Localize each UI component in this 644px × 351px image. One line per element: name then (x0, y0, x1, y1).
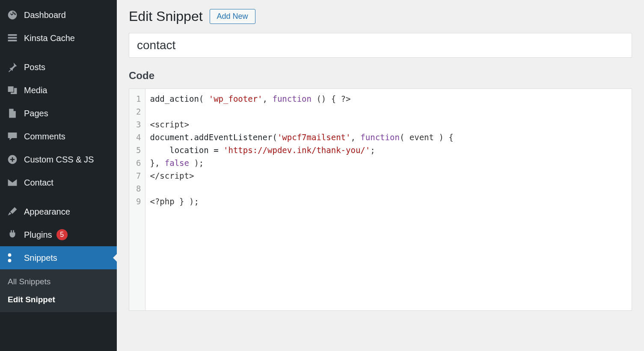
sidebar-item-pages[interactable]: Pages (0, 102, 117, 125)
sidebar-item-label: Media (24, 86, 47, 95)
sidebar-item-label: Pages (24, 109, 48, 118)
snippet-title-input[interactable] (129, 33, 632, 58)
submenu: All SnippetsEdit Snippet (0, 269, 117, 312)
scissors-icon (7, 252, 18, 263)
pages-icon (7, 108, 18, 119)
sidebar-item-label: Kinsta Cache (24, 33, 75, 43)
dashboard-icon (7, 9, 18, 21)
sidebar-item-custom-css-js[interactable]: Custom CSS & JS (0, 148, 117, 171)
sidebar-item-label: Contact (24, 178, 53, 188)
comment-icon (7, 131, 18, 142)
svg-point-2 (8, 259, 12, 263)
sidebar-item-label: Dashboard (24, 10, 66, 20)
sidebar-item-label: Plugins (24, 230, 52, 240)
sidebar-item-appearance[interactable]: Appearance (0, 200, 117, 223)
add-new-button[interactable]: Add New (210, 9, 255, 24)
sidebar-item-posts[interactable]: Posts (0, 56, 117, 79)
sidebar-item-dashboard[interactable]: Dashboard (0, 3, 117, 27)
sidebar-item-kinsta-cache[interactable]: Kinsta Cache (0, 27, 117, 50)
sidebar-item-contact[interactable]: Contact (0, 171, 117, 194)
sidebar-item-media[interactable]: Media (0, 79, 117, 102)
plus-icon (7, 154, 18, 165)
update-badge: 5 (56, 229, 68, 240)
code-textarea[interactable]: add_action( 'wp_footer', function () { ?… (145, 89, 457, 310)
sidebar-item-label: Appearance (24, 207, 70, 217)
media-icon (7, 85, 18, 96)
sidebar-item-plugins[interactable]: Plugins5 (0, 223, 117, 246)
sidebar-item-label: Comments (24, 132, 65, 142)
code-section-title: Code (129, 70, 632, 82)
cache-icon (7, 32, 18, 44)
sidebar-item-snippets[interactable]: Snippets (0, 246, 117, 269)
sidebar-item-comments[interactable]: Comments (0, 125, 117, 148)
main-content: Edit Snippet Add New Code 123456789 add_… (117, 0, 644, 351)
submenu-item[interactable]: Edit Snippet (0, 291, 117, 309)
admin-sidebar: DashboardKinsta CachePostsMediaPagesComm… (0, 0, 117, 351)
pin-icon (7, 62, 18, 73)
brush-icon (7, 206, 18, 217)
title-row: Edit Snippet Add New (129, 9, 632, 24)
plug-icon (7, 229, 18, 240)
code-editor[interactable]: 123456789 add_action( 'wp_footer', funct… (129, 88, 632, 311)
page-title: Edit Snippet (129, 9, 203, 24)
sidebar-item-label: Custom CSS & JS (24, 155, 94, 165)
submenu-item[interactable]: All Snippets (0, 273, 117, 291)
sidebar-item-label: Posts (24, 62, 45, 72)
mail-icon (7, 177, 18, 188)
svg-point-1 (8, 254, 12, 257)
line-number-gutter: 123456789 (129, 89, 145, 310)
sidebar-item-label: Snippets (24, 253, 57, 263)
